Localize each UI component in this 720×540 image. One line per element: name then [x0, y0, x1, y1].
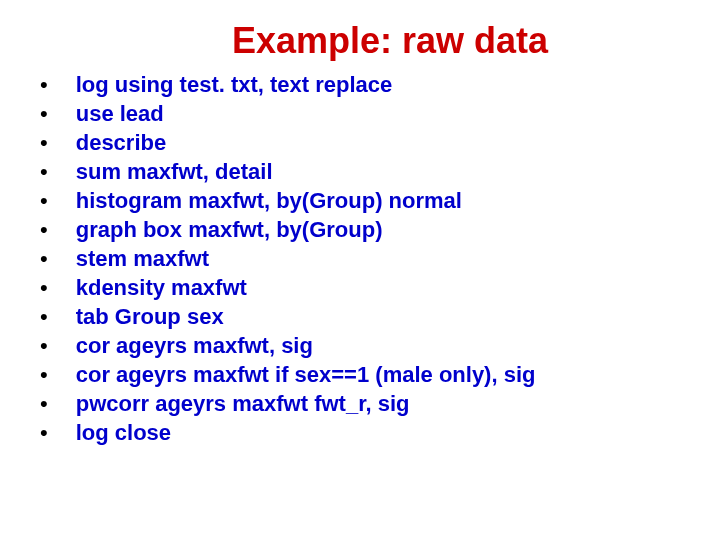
bullet-marker: •	[40, 302, 48, 331]
items-column: log using test. txt, text replace use le…	[76, 70, 536, 447]
list-item: graph box maxfwt, by(Group)	[76, 215, 536, 244]
list-item: pwcorr ageyrs maxfwt fwt_r, sig	[76, 389, 536, 418]
list-item: tab Group sex	[76, 302, 536, 331]
list-item: kdensity maxfwt	[76, 273, 536, 302]
bullet-marker: •	[40, 360, 48, 389]
list-item: use lead	[76, 99, 536, 128]
bullet-marker: •	[40, 99, 48, 128]
list-item: cor ageyrs maxfwt if sex==1 (male only),…	[76, 360, 536, 389]
bullet-marker: •	[40, 215, 48, 244]
list-item: log using test. txt, text replace	[76, 70, 536, 99]
bullet-marker: •	[40, 157, 48, 186]
slide-content: • • • • • • • • • • • • • log using test…	[30, 70, 690, 447]
bullet-marker: •	[40, 418, 48, 447]
bullet-marker: •	[40, 244, 48, 273]
bullet-marker: •	[40, 70, 48, 99]
slide-title: Example: raw data	[90, 20, 690, 62]
bullet-marker: •	[40, 331, 48, 360]
list-item: describe	[76, 128, 536, 157]
bullet-marker: •	[40, 273, 48, 302]
bullet-marker: •	[40, 389, 48, 418]
list-item: stem maxfwt	[76, 244, 536, 273]
list-item: sum maxfwt, detail	[76, 157, 536, 186]
list-item: histogram maxfwt, by(Group) normal	[76, 186, 536, 215]
list-item: log close	[76, 418, 536, 447]
bullet-column: • • • • • • • • • • • • •	[40, 70, 48, 447]
bullet-marker: •	[40, 186, 48, 215]
bullet-marker: •	[40, 128, 48, 157]
list-item: cor ageyrs maxfwt, sig	[76, 331, 536, 360]
